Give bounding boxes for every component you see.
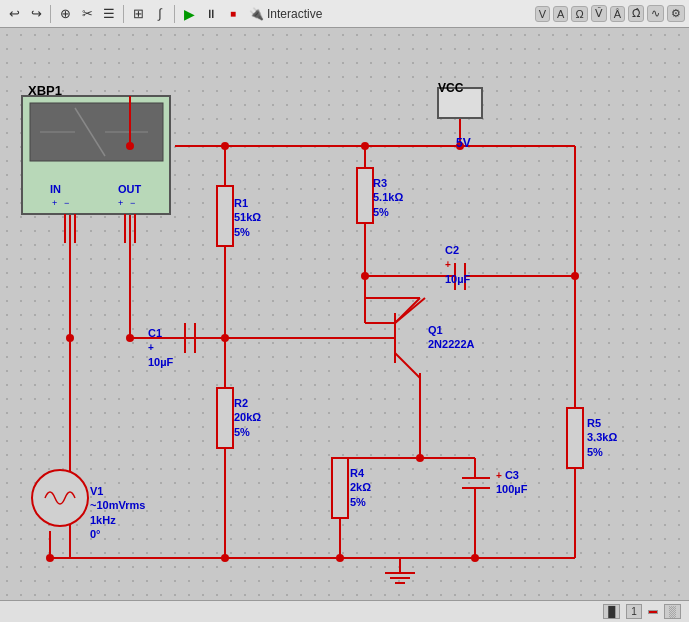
xbp1-out-plus: +: [118, 198, 123, 208]
toolbar: ↩ ↪ ⊕ ✂ ☰ ⊞ ∫ ▶ ⏸ ■ 🔌 Interactive V A Ω …: [0, 0, 689, 28]
separator: [174, 5, 175, 23]
svg-line-63: [395, 298, 420, 323]
svg-point-32: [361, 142, 369, 150]
svg-point-68: [32, 470, 88, 526]
grid-icon[interactable]: ⊞: [128, 4, 148, 24]
vcc-value: 5V: [456, 136, 471, 150]
menu-icon[interactable]: ☰: [99, 4, 119, 24]
svg-point-33: [221, 334, 229, 342]
svg-rect-44: [332, 458, 348, 518]
xbp1-out-label: OUT: [118, 183, 141, 195]
v1-label: V1 ~10mVrms 1kHz 0°: [90, 484, 145, 541]
status-item-1: █: [603, 604, 620, 619]
interactive-label: 🔌 Interactive: [249, 7, 322, 21]
cut-icon[interactable]: ✂: [77, 4, 97, 24]
volt-icon[interactable]: V: [535, 6, 550, 22]
svg-point-34: [361, 272, 369, 280]
volt2-icon[interactable]: V̂: [591, 5, 607, 22]
r3-label: R3 5.1kΩ 5%: [373, 176, 403, 219]
redo-icon[interactable]: ↪: [26, 4, 46, 24]
amp-icon[interactable]: A: [553, 6, 568, 22]
wave-icon[interactable]: ∿: [647, 5, 664, 22]
xbp1-in-plus: +: [52, 198, 57, 208]
c2-label: C2 + 10µF: [445, 243, 470, 286]
interactive-text: Interactive: [267, 7, 322, 21]
svg-point-87: [46, 554, 54, 562]
svg-point-38: [126, 334, 134, 342]
svg-point-86: [471, 554, 479, 562]
separator: [123, 5, 124, 23]
svg-point-39: [66, 334, 74, 342]
svg-point-30: [221, 142, 229, 150]
copy-icon[interactable]: ⊕: [55, 4, 75, 24]
status-item-4: ░: [664, 604, 681, 619]
separator: [50, 5, 51, 23]
svg-rect-70: [30, 103, 163, 161]
ohm2-icon[interactable]: Ω̂: [628, 5, 644, 22]
play-button[interactable]: ▶: [179, 4, 199, 24]
vcc-label: VCC: [438, 81, 463, 95]
svg-point-35: [416, 454, 424, 462]
settings-icon[interactable]: ⚙: [667, 5, 685, 22]
xbp1-label: XBP1: [28, 83, 62, 98]
status-item-3: [648, 610, 658, 614]
xbp1-in-minus: −: [64, 198, 69, 208]
c3-label: + C3 100µF: [496, 468, 527, 497]
toolbar-right: V A Ω V̂ Â Ω̂ ∿ ⚙: [535, 5, 685, 22]
c1-label: C1 + 10µF: [148, 326, 173, 369]
svg-rect-43: [357, 168, 373, 223]
r2-label: R2 20kΩ 5%: [234, 396, 261, 439]
svg-point-80: [126, 142, 134, 150]
svg-point-85: [336, 554, 344, 562]
ohm-icon[interactable]: Ω: [571, 6, 587, 22]
circuit-canvas[interactable]: XBP1 IN OUT + − + − VCC 5V R1 51kΩ 5% R2…: [0, 28, 689, 622]
svg-line-66: [395, 353, 420, 378]
stop-button[interactable]: ■: [223, 4, 243, 24]
svg-point-36: [221, 554, 229, 562]
svg-point-37: [571, 272, 579, 280]
svg-rect-42: [217, 388, 233, 448]
svg-line-61: [395, 298, 425, 323]
pause-button[interactable]: ⏸: [201, 4, 221, 24]
statusbar: █ 1 ░: [0, 600, 689, 622]
svg-line-72: [75, 108, 105, 156]
undo-icon[interactable]: ↩: [4, 4, 24, 24]
wire-icon[interactable]: ∫: [150, 4, 170, 24]
xbp1-out-minus: −: [130, 198, 135, 208]
q1-label: Q1 2N2222A: [428, 323, 474, 352]
svg-rect-45: [567, 408, 583, 468]
amp2-icon[interactable]: Â: [610, 6, 625, 22]
status-item-2: 1: [626, 604, 642, 619]
r4-label: R4 2kΩ 5%: [350, 466, 371, 509]
r5-label: R5 3.3kΩ 5%: [587, 416, 617, 459]
xbp1-in-label: IN: [50, 183, 61, 195]
svg-rect-69: [22, 96, 170, 214]
svg-rect-41: [217, 186, 233, 246]
r1-label: R1 51kΩ 5%: [234, 196, 261, 239]
